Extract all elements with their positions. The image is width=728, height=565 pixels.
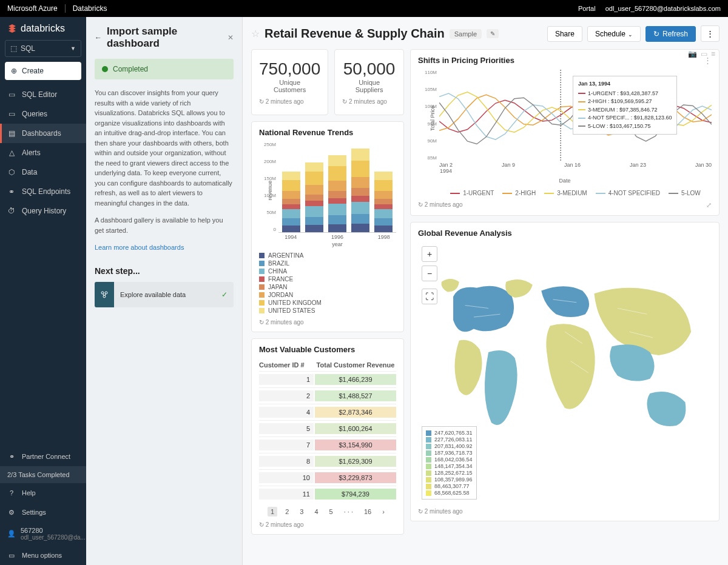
chart-menu-icon[interactable]: ≡ xyxy=(711,50,715,58)
legend-item[interactable]: UNITED KINGDOM xyxy=(259,299,396,306)
partner-connect[interactable]: ⚭Partner Connect xyxy=(0,447,86,466)
pager[interactable]: 12345· · ·16› xyxy=(259,507,396,517)
star-icon[interactable]: ☆ xyxy=(251,28,260,39)
legend-item[interactable]: 2-HIGH xyxy=(502,190,536,196)
user-email[interactable]: odl_user_567280@databrickslabs.com xyxy=(605,5,721,12)
refresh-button[interactable]: ↻Refresh xyxy=(645,26,696,42)
nav-alerts[interactable]: △Alerts xyxy=(0,143,86,162)
nav-icon: ⬡ xyxy=(7,168,16,176)
user-block[interactable]: 👤567280odl_user_567280@da... xyxy=(0,522,86,546)
page-link[interactable]: 5 xyxy=(326,507,336,517)
table-row[interactable]: 11$794,239 xyxy=(259,486,396,502)
next-step-title: Next step... xyxy=(95,266,234,276)
legend-item[interactable]: 3-MEDIUM xyxy=(544,190,587,196)
back-icon[interactable]: ← xyxy=(95,33,102,42)
table-row[interactable]: 2$1,488,527 xyxy=(259,387,396,404)
explore-data-button[interactable]: Explore available data ✓ xyxy=(95,282,234,307)
page-link[interactable]: 3 xyxy=(297,507,306,517)
completed-badge: Completed xyxy=(95,59,234,79)
camera-icon[interactable]: 📷 xyxy=(688,50,697,58)
help-icon: ? xyxy=(7,489,16,497)
panel-title: Import sample dashboard xyxy=(107,25,223,50)
pricing-line-chart[interactable]: Total Price 110M105M100M95M90M85M Jan 13… xyxy=(439,70,712,161)
nav-dashboards[interactable]: ▤Dashboards xyxy=(0,124,86,143)
close-icon[interactable]: ✕ xyxy=(228,33,234,42)
workspace-select[interactable]: ⬚ SQL ▼ xyxy=(5,40,81,57)
stat-suppliers: 50,000 Unique Suppliers 2 minutes ago xyxy=(334,49,404,115)
dashboard-content: ☆ Retail Revenue & Supply Chain Sample ✎… xyxy=(243,17,728,565)
partner-icon: ⚭ xyxy=(7,452,16,461)
nav-sql-endpoints[interactable]: ⚭SQL Endpoints xyxy=(0,182,86,201)
gear-icon: ⚙ xyxy=(7,508,16,517)
share-button[interactable]: Share xyxy=(547,26,582,42)
page-link[interactable]: 16 xyxy=(361,507,374,517)
nav-sql-editor[interactable]: ▭SQL Editor xyxy=(0,85,86,104)
top-bar: Microsoft Azure Databricks Portal odl_us… xyxy=(0,0,728,17)
sql-icon: ⬚ xyxy=(10,44,17,53)
plus-icon: ⊕ xyxy=(11,67,17,75)
create-button[interactable]: ⊕ Create xyxy=(5,62,81,80)
explore-icon xyxy=(95,282,114,307)
legend-item[interactable]: UNITED STATES xyxy=(259,307,396,314)
refresh-icon: ↻ xyxy=(653,30,659,38)
nav-query-history[interactable]: ⏱Query History xyxy=(0,201,86,221)
fullscreen-button[interactable]: ⛶ xyxy=(422,289,437,304)
timestamp: 2 minutes ago xyxy=(418,508,712,515)
settings-link[interactable]: ⚙Settings xyxy=(0,503,86,522)
table-row[interactable]: 5$1,600,264 xyxy=(259,420,396,436)
legend-item[interactable]: FRANCE xyxy=(259,276,396,282)
nav-icon: ⚭ xyxy=(7,187,16,196)
panel-description-2: A dashboard gallery is available to help… xyxy=(95,215,234,235)
table-row[interactable]: 10$3,229,873 xyxy=(259,469,396,486)
user-icon: 👤 xyxy=(7,530,16,538)
menu-options[interactable]: ▭Menu options xyxy=(0,546,86,565)
national-revenue-card: National Revenue Trends revenue 250M200M… xyxy=(251,121,404,332)
table-row[interactable]: 1$1,466,239 xyxy=(259,371,396,387)
legend-item[interactable]: CHINA xyxy=(259,268,396,275)
national-revenue-chart[interactable]: revenue 250M200M150M100M50M0 xyxy=(278,142,396,233)
page-link[interactable]: 1 xyxy=(268,507,277,517)
table-row[interactable]: 8$1,629,309 xyxy=(259,453,396,469)
help-link[interactable]: ?Help xyxy=(0,483,86,503)
column-header[interactable]: Customer ID # xyxy=(259,361,315,369)
chevron-down-icon: ▼ xyxy=(70,45,76,52)
world-map[interactable]: + − ⛶ xyxy=(418,242,712,503)
legend-item[interactable]: 1-URGENT xyxy=(450,190,494,196)
edit-icon[interactable]: ✎ xyxy=(487,29,499,38)
logo[interactable]: databricks xyxy=(0,17,86,40)
next-page[interactable]: › xyxy=(379,507,388,517)
page-link[interactable]: 4 xyxy=(311,507,321,517)
nav-queries[interactable]: ▭Queries xyxy=(0,104,86,124)
legend-item[interactable]: 4-NOT SPECIFIED xyxy=(596,190,660,196)
page-link[interactable]: 2 xyxy=(282,507,292,517)
legend-item[interactable]: JORDAN xyxy=(259,292,396,298)
panel-description: You can discover insights from your quer… xyxy=(95,88,234,208)
nav-data[interactable]: ⬡Data xyxy=(0,162,86,182)
legend-item[interactable]: 5-LOW xyxy=(669,190,701,196)
schedule-button[interactable]: Schedule⌄ xyxy=(587,26,641,42)
more-button[interactable]: ⋮ xyxy=(701,25,720,42)
legend-item[interactable]: ARGENTINA xyxy=(259,252,396,259)
tasks-completed[interactable]: 2/3 Tasks Completed xyxy=(0,466,86,483)
dashboard-title: Retail Revenue & Supply Chain xyxy=(265,27,445,41)
timestamp: 2 minutes ago xyxy=(259,98,320,105)
timestamp: 2 minutes ago⤢ xyxy=(418,201,712,208)
customers-card: Most Valuable Customers Customer ID # To… xyxy=(251,338,404,535)
map-legend: 247,620,765.31227,726,083.11207,831,400.… xyxy=(422,426,477,500)
learn-more-link[interactable]: Learn more about dashboards xyxy=(95,242,234,253)
table-row[interactable]: 7$3,154,990 xyxy=(259,436,396,453)
sidebar: databricks ⬚ SQL ▼ ⊕ Create ▭SQL Editor▭… xyxy=(0,17,86,565)
sample-tag: Sample xyxy=(450,29,482,39)
page-link[interactable]: · · · xyxy=(341,507,356,517)
chart-settings-icon[interactable]: ▭ xyxy=(701,50,707,58)
import-panel: ← Import sample dashboard ✕ Completed Yo… xyxy=(86,17,243,565)
portal-link[interactable]: Portal xyxy=(578,5,596,12)
legend-item[interactable]: BRAZIL xyxy=(259,260,396,267)
expand-icon[interactable]: ⤢ xyxy=(706,201,712,209)
check-circle-icon: ✓ xyxy=(215,290,234,299)
legend-item[interactable]: JAPAN xyxy=(259,284,396,290)
column-header[interactable]: Total Customer Revenue xyxy=(315,361,396,369)
zoom-in-button[interactable]: + xyxy=(422,246,437,262)
zoom-out-button[interactable]: − xyxy=(422,266,437,281)
table-row[interactable]: 4$2,873,346 xyxy=(259,404,396,420)
